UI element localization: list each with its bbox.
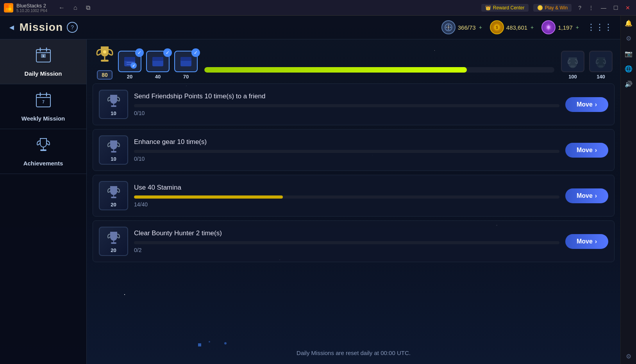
svg-rect-44 — [570, 66, 575, 67]
coin-value: 483,601 — [506, 24, 527, 31]
coin-plus[interactable]: + — [531, 24, 534, 30]
milestone-badge-40: ✓ — [146, 51, 170, 72]
progress-header: 80 ✓ ✓ 20 — [87, 39, 620, 80]
mission-card-2: 10 Enhance gear 10 time(s) 0/10 Move › — [93, 129, 615, 171]
svg-rect-45 — [598, 66, 603, 67]
achievements-label: Achievements — [23, 160, 63, 167]
title-bar: BlueStacks 2 5.10.20.1002 P64 ← ⌂ ⧉ 👑 Re… — [0, 0, 636, 16]
play-win-btn[interactable]: 🪙 Play & Win — [533, 4, 572, 12]
deco-circle-2 — [209, 341, 210, 343]
mission-card-4: 20 Clear Bounty Hunter 2 time(s) 0/2 Mov… — [93, 220, 615, 262]
help-btn[interactable]: ? — [576, 4, 583, 12]
more-btn-title[interactable]: ⋮ — [586, 4, 596, 12]
milestone-20[interactable]: ✓ ✓ 20 — [118, 51, 141, 80]
svg-text:$: $ — [496, 25, 498, 30]
edge-icon-2[interactable]: ⚙ — [626, 35, 631, 42]
milestone-badge-140 — [589, 51, 613, 72]
app-version: 5.10.20.1002 P64 — [16, 9, 47, 13]
trophy-big-icon — [95, 44, 115, 69]
move-btn-4[interactable]: Move › — [565, 234, 608, 249]
coin-resource: $ 483,601 + — [490, 20, 534, 34]
milestones-container: ✓ ✓ 20 ✓ 40 — [118, 51, 613, 80]
claimed-check-70: ✓ — [191, 48, 200, 57]
nav-layers-btn[interactable]: ⧉ — [84, 4, 93, 12]
mission-progress-bar-3 — [134, 195, 559, 199]
milestone-badge-70: ✓ — [174, 51, 198, 72]
mission-reward-num-3: 20 — [111, 202, 116, 208]
move-btn-1[interactable]: Move › — [565, 97, 608, 112]
edge-icon-4[interactable]: 🌐 — [625, 65, 632, 73]
nav-back-btn[interactable]: ← — [56, 4, 67, 12]
decoration-area — [95, 335, 613, 346]
sidebar-item-weekly[interactable]: 7 Weekly Mission — [0, 84, 86, 129]
svg-rect-43 — [180, 57, 191, 61]
svg-rect-47 — [111, 105, 116, 107]
reward-center-btn[interactable]: 👑 Reward Center — [481, 4, 529, 12]
maximize-btn[interactable]: ☐ — [611, 4, 620, 12]
help-circle-icon[interactable]: ? — [67, 22, 78, 33]
mission-info-1: Send Friendship Points 10 time(s) to a f… — [134, 92, 559, 117]
sidebar-item-achievements[interactable]: Achievements — [0, 129, 86, 174]
close-btn[interactable]: ✕ — [623, 4, 632, 12]
reset-info-text: Daily Missions are reset daily at 00:00 … — [297, 350, 411, 356]
main-content: ◄ Mission ? 366/73 + $ 483,601 + — [0, 16, 636, 364]
svg-text:✓: ✓ — [132, 64, 135, 68]
calendar-icon: 1 — [35, 46, 52, 67]
milestone-num-70: 70 — [183, 74, 189, 80]
svg-rect-32 — [101, 60, 109, 62]
more-options-btn[interactable]: ⋮⋮⋮ — [587, 22, 613, 32]
back-arrow-btn[interactable]: ◄ — [8, 23, 16, 32]
sidebar: 1 Daily Mission 7 Weekly Mission Achieve… — [0, 39, 87, 364]
trophy-score: 80 — [97, 70, 113, 80]
mission-progress-bar-4 — [134, 241, 559, 244]
milestone-num-140: 140 — [597, 74, 605, 80]
milestone-num-40: 40 — [155, 74, 161, 80]
edge-icon-3[interactable]: 📷 — [625, 50, 632, 57]
move-btn-3[interactable]: Move › — [565, 188, 608, 203]
milestone-70[interactable]: ✓ 70 — [174, 51, 198, 80]
deco-circle-3 — [224, 342, 227, 344]
svg-text:1: 1 — [42, 54, 44, 58]
mission-reward-icon-1: 10 — [99, 90, 128, 119]
mission-reward-icon-3: 20 — [99, 181, 128, 210]
crystal-value: 1,197 — [558, 24, 573, 31]
main-panel: 80 ✓ ✓ 20 — [87, 39, 620, 364]
mission-progress-fill-3 — [134, 195, 283, 199]
weekly-mission-label: Weekly Mission — [21, 115, 65, 122]
milestone-badge-100 — [561, 51, 584, 72]
content-area: 1 Daily Mission 7 Weekly Mission Achieve… — [0, 39, 620, 364]
mission-trophy-4 — [106, 230, 121, 247]
edge-icon-1[interactable]: 🔔 — [625, 20, 632, 27]
mission-reward-num-2: 10 — [111, 156, 116, 162]
topbar-resources: 366/73 + $ 483,601 + 1,197 + — [441, 20, 613, 34]
svg-rect-0 — [6, 5, 9, 8]
milestone-40[interactable]: ✓ 40 — [146, 51, 170, 80]
deco-circle-1 — [198, 343, 201, 346]
nav-home-btn[interactable]: ⌂ — [71, 4, 80, 12]
milestone-140[interactable]: 140 — [589, 51, 613, 80]
milestone-100[interactable]: 100 — [561, 51, 584, 80]
mission-reward-icon-4: 20 — [99, 227, 128, 256]
bottom-bar: Daily Missions are reset daily at 00:00 … — [87, 327, 620, 364]
minimize-btn[interactable]: — — [599, 4, 608, 12]
sidebar-item-daily[interactable]: 1 Daily Mission — [0, 39, 86, 84]
trophy-milestone: 80 — [95, 44, 115, 80]
compass-value: 366/73 — [458, 24, 476, 31]
mission-progress-bar-2 — [134, 150, 559, 153]
weekly-calendar-icon: 7 — [35, 91, 52, 112]
svg-text:7: 7 — [42, 100, 45, 104]
mission-progress-text-4: 0/2 — [134, 247, 141, 253]
mission-info-4: Clear Bounty Hunter 2 time(s) 0/2 — [134, 229, 559, 254]
crystal-plus[interactable]: + — [576, 24, 579, 30]
edge-icon-6[interactable]: ⚙ — [626, 353, 631, 360]
mission-title-3: Use 40 Stamina — [134, 184, 559, 192]
compass-plus[interactable]: + — [479, 24, 482, 30]
mission-title-2: Enhance gear 10 time(s) — [134, 138, 559, 146]
title-bar-nav: ← ⌂ ⧉ — [56, 4, 93, 12]
title-controls: ? ⋮ — ☐ ✕ — [576, 4, 632, 12]
crystal-resource: 1,197 + — [541, 20, 579, 34]
progress-bar-fill — [204, 67, 467, 73]
move-btn-2[interactable]: Move › — [565, 143, 608, 158]
milestone-num-20: 20 — [127, 74, 132, 80]
edge-icon-5[interactable]: 🔊 — [625, 80, 632, 88]
